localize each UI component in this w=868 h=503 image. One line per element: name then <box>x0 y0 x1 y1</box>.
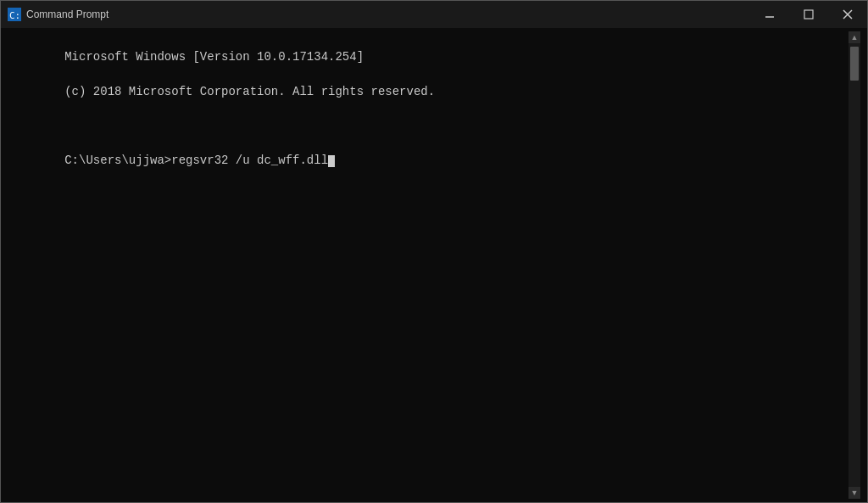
svg-rect-3 <box>804 10 813 19</box>
svg-text:C:: C: <box>9 10 20 21</box>
window-title: Command Prompt <box>26 8 108 20</box>
scroll-down-icon: ▼ <box>851 489 859 497</box>
title-bar-left: C: Command Prompt <box>8 8 108 21</box>
terminal-body: Microsoft Windows [Version 10.0.17134.25… <box>1 28 867 502</box>
terminal-content[interactable]: Microsoft Windows [Version 10.0.17134.25… <box>8 31 849 499</box>
cursor <box>328 155 335 167</box>
cmd-window: C: Command Prompt <box>0 0 868 503</box>
close-button[interactable] <box>828 1 867 28</box>
command-line: C:\Users\ujjwa>regsvr32 /u dc_wff.dll <box>64 154 335 167</box>
window-controls <box>750 1 867 28</box>
copyright-line: (c) 2018 Microsoft Corporation. All righ… <box>64 85 435 98</box>
scrollbar-thumb[interactable] <box>850 47 859 81</box>
maximize-button[interactable] <box>789 1 828 28</box>
prompt-text: C:\Users\ujjwa>regsvr32 /u dc_wff.dll <box>64 154 328 167</box>
cmd-icon: C: <box>8 8 21 21</box>
title-bar: C: Command Prompt <box>1 1 867 28</box>
minimize-button[interactable] <box>750 1 789 28</box>
scroll-up-button[interactable]: ▲ <box>849 31 860 43</box>
scroll-down-button[interactable]: ▼ <box>849 487 860 499</box>
terminal-output: Microsoft Windows [Version 10.0.17134.25… <box>8 31 849 187</box>
scrollbar: ▲ ▼ <box>849 31 860 499</box>
version-line: Microsoft Windows [Version 10.0.17134.25… <box>64 50 364 64</box>
scroll-up-icon: ▲ <box>851 33 859 42</box>
scrollbar-track <box>849 43 860 487</box>
